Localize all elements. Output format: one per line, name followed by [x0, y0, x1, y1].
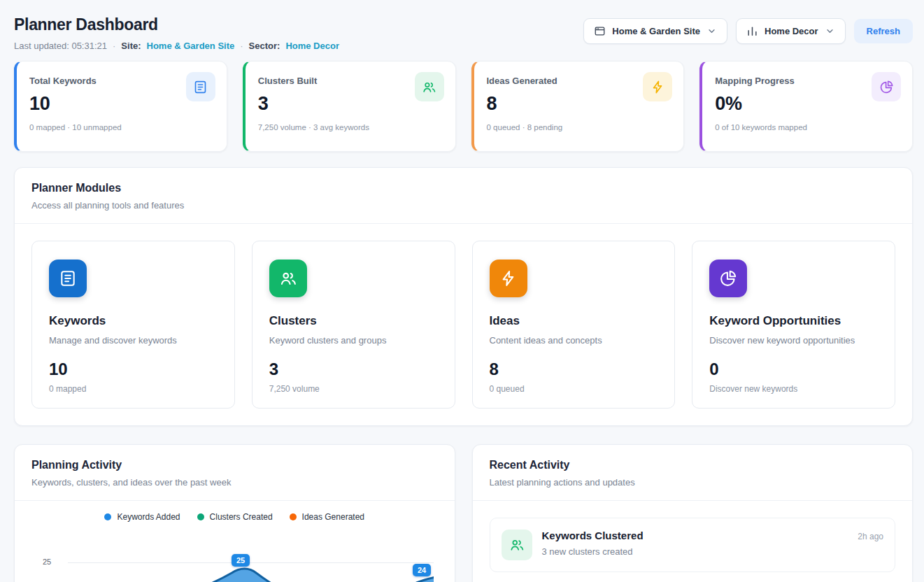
- sector-label: Sector:: [249, 41, 280, 51]
- data-point-label: 25: [232, 554, 250, 567]
- bar-chart-icon: [746, 25, 758, 37]
- legend-dot: [290, 513, 297, 520]
- planning-activity-panel: Planning Activity Keywords, clusters, an…: [14, 444, 455, 582]
- module-description: Content ideas and concepts: [490, 335, 658, 346]
- document-icon: [186, 72, 215, 101]
- chevron-down-icon: [825, 26, 835, 36]
- module-title: Keyword Opportunities: [709, 314, 878, 328]
- legend-label: Clusters Created: [210, 512, 273, 522]
- bolt-icon: [643, 72, 672, 101]
- activity-top-row: Keywords Clustered 2h ago: [542, 530, 884, 541]
- stat-subtitle: 0 queued · 8 pending: [487, 123, 671, 132]
- stat-card-clusters-built: Clusters Built 3 7,250 volume · 3 avg ke…: [243, 61, 456, 152]
- topbar: Planner Dashboard Last updated: 05:31:21…: [0, 0, 924, 51]
- planning-activity-title: Planning Activity: [31, 459, 438, 471]
- legend-item-clusters-created: Clusters Created: [197, 512, 273, 522]
- module-description: Keyword clusters and groups: [269, 335, 438, 346]
- sector-link[interactable]: Home Decor: [285, 41, 339, 51]
- recent-activity-title: Recent Activity: [490, 459, 896, 471]
- module-title: Keywords: [49, 314, 218, 328]
- planning-activity-body: Keywords Added Clusters Created Ideas Ge…: [15, 512, 455, 582]
- document-icon: [49, 260, 87, 297]
- activity-timestamp: 2h ago: [858, 532, 883, 541]
- users-icon: [502, 530, 532, 560]
- site-selector-dropdown[interactable]: Home & Garden Site: [583, 18, 727, 44]
- module-title: Ideas: [490, 314, 658, 328]
- sector-selector-value: Home Decor: [765, 26, 818, 36]
- separator: ·: [240, 41, 243, 51]
- module-value: 8: [490, 360, 658, 379]
- users-icon: [269, 260, 307, 297]
- legend-item-ideas-generated: Ideas Generated: [290, 512, 364, 522]
- bolt-icon: [490, 260, 527, 297]
- activity-item-keywords-clustered[interactable]: Keywords Clustered 2h ago 3 new clusters…: [490, 518, 896, 572]
- pie-chart-icon: [709, 260, 747, 297]
- stat-subtitle: 0 of 10 keywords mapped: [715, 123, 900, 132]
- planning-activity-header: Planning Activity Keywords, clusters, an…: [15, 445, 455, 501]
- meta-line: Last updated: 05:31:21 · Site: Home & Ga…: [14, 41, 339, 51]
- modules-title: Planner Modules: [31, 182, 895, 194]
- chart-legend: Keywords Added Clusters Created Ideas Ge…: [31, 512, 438, 522]
- last-updated-text: Last updated: 05:31:21: [14, 41, 107, 51]
- module-title: Clusters: [269, 314, 438, 328]
- modules-subtitle: Access all planning tools and features: [31, 200, 895, 211]
- planner-modules-panel: Planner Modules Access all planning tool…: [14, 167, 913, 426]
- legend-label: Keywords Added: [117, 512, 180, 522]
- module-value: 3: [269, 360, 438, 379]
- topbar-left: Planner Dashboard Last updated: 05:31:21…: [14, 15, 339, 51]
- stat-cards-row: Total Keywords 10 0 mapped · 10 unmapped…: [14, 61, 913, 152]
- module-subtitle: Discover new keywords: [709, 384, 878, 394]
- stat-card-total-keywords: Total Keywords 10 0 mapped · 10 unmapped: [14, 61, 227, 152]
- module-card-clusters[interactable]: Clusters Keyword clusters and groups 3 7…: [252, 241, 455, 409]
- page-title: Planner Dashboard: [14, 15, 339, 34]
- site-label: Site:: [121, 41, 141, 51]
- module-subtitle: 0 mapped: [49, 384, 218, 394]
- modules-header: Planner Modules Access all planning tool…: [15, 168, 912, 224]
- module-description: Manage and discover keywords: [49, 335, 218, 346]
- keywords-added-area-series: [68, 562, 434, 582]
- stat-subtitle: 0 mapped · 10 unmapped: [29, 123, 214, 132]
- module-description: Discover new keyword opportunities: [709, 335, 878, 346]
- data-point-label: 24: [413, 564, 431, 576]
- stat-card-mapping-progress: Mapping Progress 0% 0 of 10 keywords map…: [699, 61, 913, 152]
- y-axis-tick: 25: [43, 558, 51, 566]
- module-subtitle: 7,250 volume: [269, 384, 438, 394]
- planning-activity-subtitle: Keywords, clusters, and ideas over the p…: [31, 477, 438, 488]
- legend-item-keywords-added: Keywords Added: [104, 512, 180, 522]
- legend-label: Ideas Generated: [302, 512, 364, 522]
- stat-subtitle: 7,250 volume · 3 avg keywords: [258, 123, 443, 132]
- activity-main: Keywords Clustered 2h ago 3 new clusters…: [542, 530, 884, 557]
- sector-selector-dropdown[interactable]: Home Decor: [736, 18, 846, 44]
- module-card-keywords[interactable]: Keywords Manage and discover keywords 10…: [31, 241, 235, 409]
- separator: ·: [113, 41, 115, 51]
- activity-description: 3 new clusters created: [542, 546, 884, 557]
- module-subtitle: 0 queued: [490, 384, 658, 394]
- users-icon: [415, 72, 444, 101]
- refresh-button[interactable]: Refresh: [854, 19, 913, 43]
- stat-card-ideas-generated: Ideas Generated 8 0 queued · 8 pending: [471, 61, 685, 152]
- recent-activity-panel: Recent Activity Latest planning actions …: [472, 444, 914, 582]
- activity-area-chart[interactable]: 25 25 24: [31, 534, 438, 582]
- site-window-icon: [594, 25, 606, 37]
- module-value: 10: [49, 360, 218, 379]
- recent-activity-header: Recent Activity Latest planning actions …: [473, 445, 913, 501]
- bottom-row: Planning Activity Keywords, clusters, an…: [14, 444, 913, 582]
- activity-list: Keywords Clustered 2h ago 3 new clusters…: [473, 501, 913, 582]
- module-value: 0: [709, 360, 878, 379]
- recent-activity-subtitle: Latest planning actions and updates: [490, 477, 896, 488]
- module-card-ideas[interactable]: Ideas Content ideas and concepts 8 0 que…: [472, 241, 676, 409]
- site-selector-value: Home & Garden Site: [612, 26, 700, 36]
- modules-grid: Keywords Manage and discover keywords 10…: [15, 224, 912, 425]
- module-card-keyword-opportunities[interactable]: Keyword Opportunities Discover new keywo…: [692, 241, 895, 409]
- legend-dot: [104, 513, 111, 520]
- chevron-down-icon: [706, 26, 717, 36]
- site-link[interactable]: Home & Garden Site: [147, 41, 235, 51]
- legend-dot: [197, 513, 204, 520]
- header-controls: Home & Garden Site Home Decor Refresh: [583, 15, 913, 44]
- activity-title: Keywords Clustered: [542, 530, 644, 541]
- pie-chart-icon: [872, 72, 901, 101]
